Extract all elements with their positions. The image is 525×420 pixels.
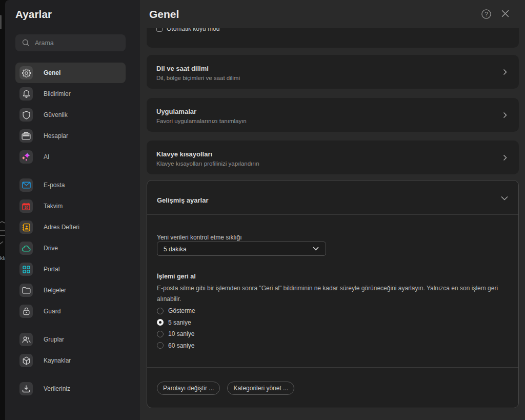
svg-text:10: 10 xyxy=(24,206,28,209)
svg-text:?: ? xyxy=(484,11,488,18)
